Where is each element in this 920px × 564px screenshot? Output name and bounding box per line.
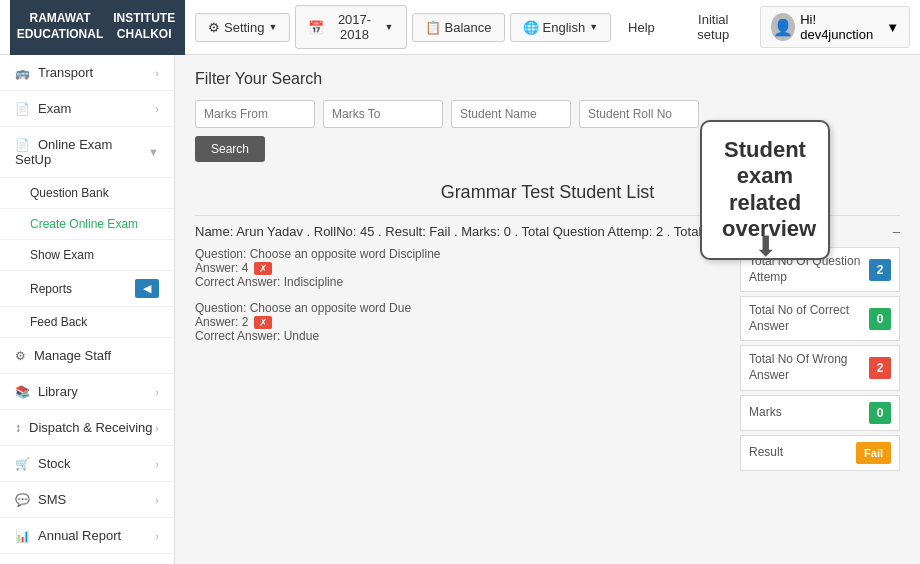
student-roll-input[interactable]	[579, 100, 699, 128]
sidebar-item-stock[interactable]: 🛒Stock ›	[0, 446, 174, 482]
student-name-input[interactable]	[451, 100, 571, 128]
stat-row-correct: Total No of Correct Answer 0	[740, 296, 900, 341]
exam-icon: 📄	[15, 102, 30, 116]
wrong-badge-1: ✗	[254, 262, 272, 275]
sidebar-item-annual-report[interactable]: 📊Annual Report ›	[0, 518, 174, 554]
english-button[interactable]: 🌐 English ▼	[510, 13, 612, 42]
tooltip-text: Student exam related overview	[722, 137, 816, 241]
user-menu[interactable]: 👤 Hi! dev4junction ▼	[760, 6, 910, 48]
stat-label-marks: Marks	[749, 405, 869, 421]
stat-value-wrong: 2	[869, 357, 891, 379]
top-nav: ⚙ Setting ▼ 📅 2017-2018 ▼ 📋 Balance 🌐 En…	[185, 5, 910, 49]
stats-panel: Total No Of Question Attemp 2 Total No o…	[740, 247, 900, 475]
user-label: Hi! dev4junction	[800, 12, 881, 42]
english-caret: ▼	[589, 22, 598, 32]
qa-items: Question: Choose an opposite word Discip…	[195, 247, 720, 475]
marks-from-input[interactable]	[195, 100, 315, 128]
sidebar-item-exam[interactable]: 📄Exam ›	[0, 91, 174, 127]
avatar: 👤	[771, 13, 796, 41]
sidebar-item-dispatch[interactable]: ↕Dispatch & Receiving ›	[0, 410, 174, 446]
sms-arrow: ›	[155, 494, 159, 506]
manage-staff-icon: ⚙	[15, 349, 26, 363]
logo: RAMAWAT EDUCATIONAL INSTITUTE CHALKOI	[10, 0, 185, 55]
year-button[interactable]: 📅 2017-2018 ▼	[295, 5, 406, 49]
stat-label-correct: Total No of Correct Answer	[749, 303, 869, 334]
dispatch-icon: ↕	[15, 421, 21, 435]
reports-arrow-badge: ◀	[135, 279, 159, 298]
setting-caret: ▼	[268, 22, 277, 32]
sidebar-item-library[interactable]: 📚Library ›	[0, 374, 174, 410]
question-2: Question: Choose an opposite word Due	[195, 301, 720, 315]
sidebar-item-question-bank[interactable]: Question Bank	[0, 178, 174, 209]
sidebar-item-sms[interactable]: 💬SMS ›	[0, 482, 174, 518]
stat-value-result: Fail	[856, 442, 891, 464]
stat-value-attempt: 2	[869, 259, 891, 281]
sidebar-item-feed-back[interactable]: Feed Back	[0, 307, 174, 338]
stock-arrow: ›	[155, 458, 159, 470]
stock-icon: 🛒	[15, 457, 30, 471]
exam-arrow: ›	[155, 103, 159, 115]
year-caret: ▼	[385, 22, 394, 32]
help-button[interactable]: Help	[616, 14, 667, 41]
tooltip-arrow-icon: ⬇	[754, 230, 777, 263]
sms-icon: 💬	[15, 493, 30, 507]
online-exam-icon: 📄	[15, 138, 30, 152]
wrong-badge-2: ✗	[254, 316, 272, 329]
sidebar-item-manage-staff[interactable]: ⚙Manage Staff	[0, 338, 174, 374]
qa-section: Question: Choose an opposite word Discip…	[195, 247, 900, 475]
user-caret: ▼	[886, 20, 899, 35]
annual-report-arrow: ›	[155, 530, 159, 542]
stat-value-correct: 0	[869, 308, 891, 330]
library-icon: 📚	[15, 385, 30, 399]
answer-line-1: Answer: 4 ✗	[195, 261, 720, 275]
stat-row-result: Result Fail	[740, 435, 900, 471]
qa-item-2: Question: Choose an opposite word Due An…	[195, 301, 720, 343]
sidebar-item-create-online-exam[interactable]: Create Online Exam	[0, 209, 174, 240]
sidebar-item-transport[interactable]: 🚌Transport ›	[0, 55, 174, 91]
answer-line-2: Answer: 2 ✗	[195, 315, 720, 329]
annual-report-icon: 📊	[15, 529, 30, 543]
student-dash: –	[893, 224, 900, 239]
transport-icon: 🚌	[15, 66, 30, 80]
sidebar: 🚌Transport › 📄Exam › 📄Online Exam SetUp …	[0, 55, 175, 564]
qa-item-1: Question: Choose an opposite word Discip…	[195, 247, 720, 289]
search-button[interactable]: Search	[195, 136, 265, 162]
student-info-text: Name: Arun Yadav . RollNo: 45 . Result: …	[195, 224, 775, 239]
marks-to-input[interactable]	[323, 100, 443, 128]
content-area: Student exam related overview ⬇ Filter Y…	[175, 55, 920, 564]
online-exam-arrow: ▼	[148, 146, 159, 158]
sidebar-item-reports[interactable]: Reports ◀	[0, 271, 174, 307]
correct-1: Correct Answer: Indiscipline	[195, 275, 720, 289]
sidebar-item-show-exam[interactable]: Show Exam	[0, 240, 174, 271]
top-bar: RAMAWAT EDUCATIONAL INSTITUTE CHALKOI ⚙ …	[0, 0, 920, 55]
stat-value-marks: 0	[869, 402, 891, 424]
correct-2: Correct Answer: Undue	[195, 329, 720, 343]
stat-row-wrong: Total No Of Wrong Answer 2	[740, 345, 900, 390]
filter-title: Filter Your Search	[195, 70, 900, 88]
library-arrow: ›	[155, 386, 159, 398]
transport-arrow: ›	[155, 67, 159, 79]
dispatch-arrow: ›	[155, 422, 159, 434]
sidebar-item-payroll[interactable]: 💰Payroll ›	[0, 554, 174, 564]
initial-setup-button[interactable]: Initial setup	[672, 6, 755, 48]
stat-label-result: Result	[749, 445, 856, 461]
sidebar-item-online-exam-setup[interactable]: 📄Online Exam SetUp ▼	[0, 127, 174, 178]
main-layout: 🚌Transport › 📄Exam › 📄Online Exam SetUp …	[0, 55, 920, 564]
stat-row-marks: Marks 0	[740, 395, 900, 431]
question-1: Question: Choose an opposite word Discip…	[195, 247, 720, 261]
setting-button[interactable]: ⚙ Setting ▼	[195, 13, 290, 42]
stat-label-wrong: Total No Of Wrong Answer	[749, 352, 869, 383]
balance-button[interactable]: 📋 Balance	[412, 13, 505, 42]
